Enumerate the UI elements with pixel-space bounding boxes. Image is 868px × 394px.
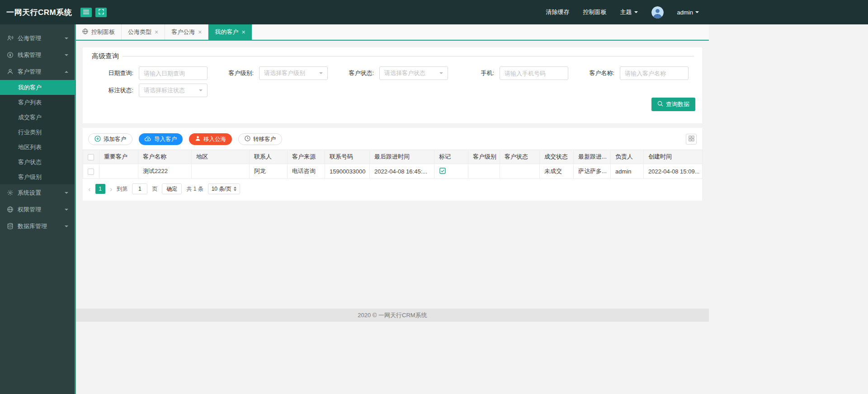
- page-size-select[interactable]: 10 条/页: [208, 183, 240, 194]
- coin-icon: [6, 52, 14, 58]
- chevron-down-icon: [634, 11, 638, 13]
- username-label: admin: [677, 9, 693, 16]
- fullscreen-button[interactable]: [95, 8, 107, 17]
- sidebar-item-label: 公海管理: [18, 34, 41, 42]
- main-content: 控制面板 公海类型 × 客户公海 × 我的客户 × 高级查询 日期查询: 客户级…: [76, 24, 709, 394]
- date-query-label: 日期查询:: [88, 69, 133, 77]
- subitem-label: 客户状态: [18, 158, 42, 166]
- chevron-down-icon: [65, 192, 68, 194]
- tab-customer-public-sea[interactable]: 客户公海 ×: [165, 24, 208, 40]
- customer-level-label: 客户级别:: [208, 69, 254, 77]
- customer-name-input[interactable]: [620, 66, 689, 80]
- cell-owner: admin: [611, 164, 644, 179]
- column-header: 客户来源: [288, 150, 325, 164]
- sidebar-item-leads[interactable]: 线索管理: [0, 47, 75, 63]
- customer-status-select[interactable]: 请选择客户状态: [379, 66, 448, 80]
- sidebar-toggle-button[interactable]: [80, 8, 92, 17]
- tab-close-icon[interactable]: ×: [198, 29, 202, 35]
- chevron-down-icon: [319, 72, 323, 74]
- sidebar-subitem-industry-category[interactable]: 行业类别: [0, 125, 75, 140]
- add-customer-button[interactable]: 添加客户: [88, 133, 132, 145]
- query-legend: 高级查询: [91, 52, 123, 61]
- cell-created-time: 2022-04-08 15:09...: [644, 164, 703, 179]
- clock-icon: [245, 136, 250, 143]
- move-to-public-sea-button[interactable]: 移入公海: [189, 133, 232, 145]
- sidebar-subitem-deal-customers[interactable]: 成交客户: [0, 110, 75, 125]
- column-header: 标记: [434, 150, 468, 164]
- tab-close-icon[interactable]: ×: [155, 29, 158, 35]
- next-page-button[interactable]: ›: [110, 185, 113, 193]
- customer-name-label: 客户名称:: [569, 69, 614, 77]
- subitem-label: 地区列表: [18, 143, 42, 151]
- mark-status-select[interactable]: 请选择标注状态: [139, 84, 208, 97]
- sidebar-item-label: 权限管理: [18, 206, 41, 214]
- database-icon: [6, 223, 14, 230]
- tab-close-icon[interactable]: ×: [241, 29, 245, 35]
- header-actions: 清除缓存 控制面板 主题 admin: [546, 0, 699, 24]
- globe-icon: [6, 206, 14, 213]
- column-header: 联系号码: [325, 150, 370, 164]
- avatar[interactable]: [651, 6, 664, 19]
- confirm-page-button[interactable]: 确定: [162, 183, 182, 194]
- tab-control-panel[interactable]: 控制面板: [76, 24, 122, 40]
- sidebar-subitem-region-list[interactable]: 地区列表: [0, 140, 75, 155]
- cell-customer-name: 测试2222: [138, 164, 192, 179]
- theme-menu[interactable]: 主题: [620, 8, 638, 16]
- prev-page-button[interactable]: ‹: [88, 185, 91, 193]
- search-data-button[interactable]: 查询数据: [651, 98, 695, 111]
- sidebar-subitem-my-customers[interactable]: 我的客户: [0, 80, 75, 95]
- copyright-label: 2020 © 一网天行CRM系统: [358, 311, 427, 319]
- phone-input[interactable]: [500, 66, 568, 80]
- sidebar-item-public-sea[interactable]: 公海管理: [0, 30, 75, 47]
- cell-phone: 15900033000: [325, 164, 370, 179]
- cell-important: [99, 164, 138, 179]
- goto-prefix-label: 到第: [117, 185, 127, 193]
- goto-page-input[interactable]: [132, 183, 147, 194]
- control-panel-link[interactable]: 控制面板: [583, 8, 607, 16]
- sidebar-subitem-customer-level[interactable]: 客户级别: [0, 169, 75, 184]
- tab-label: 控制面板: [91, 28, 115, 36]
- sidebar-item-customers[interactable]: 客户管理: [0, 63, 75, 80]
- column-settings-button[interactable]: [686, 134, 697, 145]
- cell-region: [192, 164, 250, 179]
- customers-submenu: 我的客户 客户列表 成交客户 行业类别 地区列表 客户状态 客户级别: [0, 80, 75, 184]
- cell-mark: [434, 164, 468, 179]
- transfer-customer-button[interactable]: 转移客户: [238, 133, 282, 145]
- column-header: 客户状态: [500, 150, 540, 164]
- button-label: 移入公海: [203, 136, 226, 143]
- cell-level: [468, 164, 500, 179]
- column-header: 客户名称: [138, 150, 192, 164]
- sidebar: 公海管理 线索管理 客户管理 我的客户 客户列表 成交客户 行业类别 地区列表 …: [0, 24, 75, 394]
- user-menu[interactable]: admin: [677, 9, 699, 16]
- sidebar-subitem-customer-status[interactable]: 客户状态: [0, 155, 75, 169]
- row-checkbox[interactable]: [88, 169, 94, 175]
- tab-my-customers[interactable]: 我的客户 ×: [208, 24, 252, 40]
- table-row[interactable]: 测试2222 阿龙 电话咨询 15900033000 2022-04-08 16…: [83, 164, 703, 179]
- subitem-label: 客户列表: [18, 98, 42, 107]
- column-header: 联系人: [250, 150, 288, 164]
- select-spinner-icon: [234, 187, 236, 191]
- clear-cache-label: 清除缓存: [546, 8, 570, 16]
- clear-cache-link[interactable]: 清除缓存: [546, 8, 570, 16]
- top-header: 一网天行CRM系统 清除缓存 控制面板 主题 admin: [0, 0, 868, 24]
- mark-check-icon[interactable]: [439, 169, 446, 176]
- sidebar-item-permissions[interactable]: 权限管理: [0, 201, 75, 218]
- customer-level-select[interactable]: 请选择客户级别: [259, 66, 328, 80]
- import-customer-button[interactable]: 导入客户: [139, 133, 183, 145]
- sidebar-item-database[interactable]: 数据库管理: [0, 218, 75, 235]
- sidebar-item-system-settings[interactable]: 系统设置: [0, 184, 75, 201]
- date-query-input[interactable]: [139, 66, 208, 80]
- sidebar-item-label: 系统设置: [18, 189, 41, 197]
- page-number-button[interactable]: 1: [95, 184, 105, 194]
- select-all-checkbox[interactable]: [88, 154, 94, 160]
- mark-status-label: 标注状态:: [88, 86, 133, 94]
- sidebar-subitem-customer-list[interactable]: 客户列表: [0, 95, 75, 110]
- chevron-down-icon: [65, 225, 68, 227]
- search-icon: [657, 101, 663, 108]
- total-count-label: 共 1 条: [186, 185, 203, 193]
- app-title: 一网天行CRM系统: [0, 7, 75, 18]
- tab-public-sea-type[interactable]: 公海类型 ×: [122, 24, 165, 40]
- column-header: 最新跟进...: [574, 150, 611, 164]
- control-panel-label: 控制面板: [583, 8, 607, 16]
- subitem-label: 成交客户: [18, 113, 42, 122]
